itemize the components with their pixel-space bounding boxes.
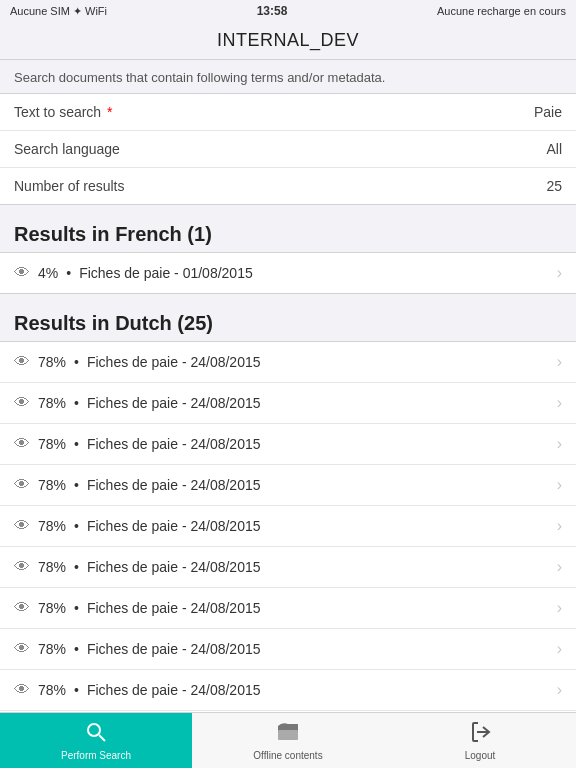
carrier-text: Aucune SIM ✦ WiFi [10,5,107,18]
result-left: 👁 78% • Fiches de paie - 24/08/2015 [14,517,261,535]
eye-icon: 👁 [14,640,30,658]
result-left: 👁 78% • Fiches de paie - 24/08/2015 [14,558,261,576]
search-tab-icon [84,720,108,748]
offline-tab-label: Offline contents [253,750,322,761]
result-item[interactable]: 👁 78% • Fiches de paie - 24/08/2015 › [0,383,576,424]
result-item[interactable]: 👁 78% • Fiches de paie - 24/08/2015 › [0,547,576,588]
result-separator: • [74,518,79,534]
result-percent: 78% [38,641,66,657]
status-bar: Aucune SIM ✦ WiFi 13:58 Aucune recharge … [0,0,576,22]
main-content: Search documents that contain following … [0,60,576,712]
result-title: Fiches de paie - 24/08/2015 [87,600,261,616]
result-item[interactable]: 👁 78% • Fiches de paie - 24/08/2015 › [0,670,576,711]
result-separator: • [74,436,79,452]
eye-icon: 👁 [14,517,30,535]
result-title: Fiches de paie - 01/08/2015 [79,265,253,281]
chevron-right-icon: › [557,394,562,412]
result-separator: • [74,641,79,657]
result-title: Fiches de paie - 24/08/2015 [87,641,261,657]
result-item[interactable]: 👁 78% • Fiches de paie - 24/08/2015 › [0,588,576,629]
result-item[interactable]: 👁 78% • Fiches de paie - 24/08/2015 › [0,465,576,506]
result-percent: 78% [38,436,66,452]
result-separator: • [74,600,79,616]
result-separator: • [66,265,71,281]
result-separator: • [74,559,79,575]
tab-offline[interactable]: Offline contents [192,713,384,768]
chevron-right-icon: › [557,599,562,617]
chevron-right-icon: › [557,558,562,576]
chevron-right-icon: › [557,476,562,494]
result-title: Fiches de paie - 24/08/2015 [87,436,261,452]
chevron-right-icon: › [557,640,562,658]
result-item[interactable]: 👁 4% • Fiches de paie - 01/08/2015 › [0,253,576,293]
chevron-right-icon: › [557,353,562,371]
result-percent: 78% [38,682,66,698]
result-title: Fiches de paie - 24/08/2015 [87,559,261,575]
eye-icon: 👁 [14,681,30,699]
chevron-right-icon: › [557,435,562,453]
params-label: Number of results [14,178,546,194]
eye-icon: 👁 [14,599,30,617]
result-percent: 78% [38,559,66,575]
params-row: Text to search * Paie [0,94,576,131]
result-item[interactable]: 👁 78% • Fiches de paie - 24/08/2015 › [0,629,576,670]
eye-icon: 👁 [14,558,30,576]
svg-rect-2 [278,730,298,740]
tab-search[interactable]: Perform Search [0,713,192,768]
params-table: Text to search * Paie Search language Al… [0,93,576,205]
offline-tab-icon [276,720,300,748]
status-right: Aucune recharge en cours [437,5,566,17]
eye-icon: 👁 [14,435,30,453]
results-section-0: 👁 4% • Fiches de paie - 01/08/2015 › [0,252,576,294]
params-value: 25 [546,178,562,194]
result-title: Fiches de paie - 24/08/2015 [87,395,261,411]
result-title: Fiches de paie - 24/08/2015 [87,477,261,493]
params-label: Text to search * [14,104,534,120]
eye-icon: 👁 [14,264,30,282]
svg-point-0 [88,724,100,736]
params-value: Paie [534,104,562,120]
result-item[interactable]: 👁 78% • Fiches de paie - 24/08/2015 › [0,342,576,383]
chevron-right-icon: › [557,264,562,282]
required-indicator: * [103,104,112,120]
tab-bar: Perform Search Offline contents Logout [0,712,576,768]
status-left: Aucune SIM ✦ WiFi [10,5,107,18]
svg-line-1 [99,735,105,741]
eye-icon: 👁 [14,394,30,412]
result-percent: 78% [38,518,66,534]
result-left: 👁 78% • Fiches de paie - 24/08/2015 [14,435,261,453]
params-row: Search language All [0,131,576,168]
result-left: 👁 78% • Fiches de paie - 24/08/2015 [14,599,261,617]
result-percent: 78% [38,477,66,493]
result-left: 👁 78% • Fiches de paie - 24/08/2015 [14,681,261,699]
results-section-1: 👁 78% • Fiches de paie - 24/08/2015 › 👁 … [0,341,576,712]
params-value: All [546,141,562,157]
result-separator: • [74,395,79,411]
result-item[interactable]: 👁 78% • Fiches de paie - 24/08/2015 › [0,424,576,465]
result-title: Fiches de paie - 24/08/2015 [87,682,261,698]
chevron-right-icon: › [557,681,562,699]
result-title: Fiches de paie - 24/08/2015 [87,354,261,370]
result-title: Fiches de paie - 24/08/2015 [87,518,261,534]
logout-tab-label: Logout [465,750,496,761]
chevron-right-icon: › [557,517,562,535]
eye-icon: 👁 [14,476,30,494]
section-header-1: Results in Dutch (25) [0,294,576,341]
section-header-0: Results in French (1) [0,205,576,252]
params-row: Number of results 25 [0,168,576,204]
description-text: Search documents that contain following … [0,60,576,93]
search-tab-label: Perform Search [61,750,131,761]
result-percent: 78% [38,395,66,411]
tab-logout[interactable]: Logout [384,713,576,768]
result-left: 👁 4% • Fiches de paie - 01/08/2015 [14,264,253,282]
logout-tab-icon [468,720,492,748]
result-item[interactable]: 👁 78% • Fiches de paie - 24/08/2015 › [0,506,576,547]
result-percent: 78% [38,600,66,616]
result-separator: • [74,682,79,698]
result-left: 👁 78% • Fiches de paie - 24/08/2015 [14,353,261,371]
params-label: Search language [14,141,546,157]
result-percent: 78% [38,354,66,370]
result-left: 👁 78% • Fiches de paie - 24/08/2015 [14,640,261,658]
result-separator: • [74,477,79,493]
result-separator: • [74,354,79,370]
